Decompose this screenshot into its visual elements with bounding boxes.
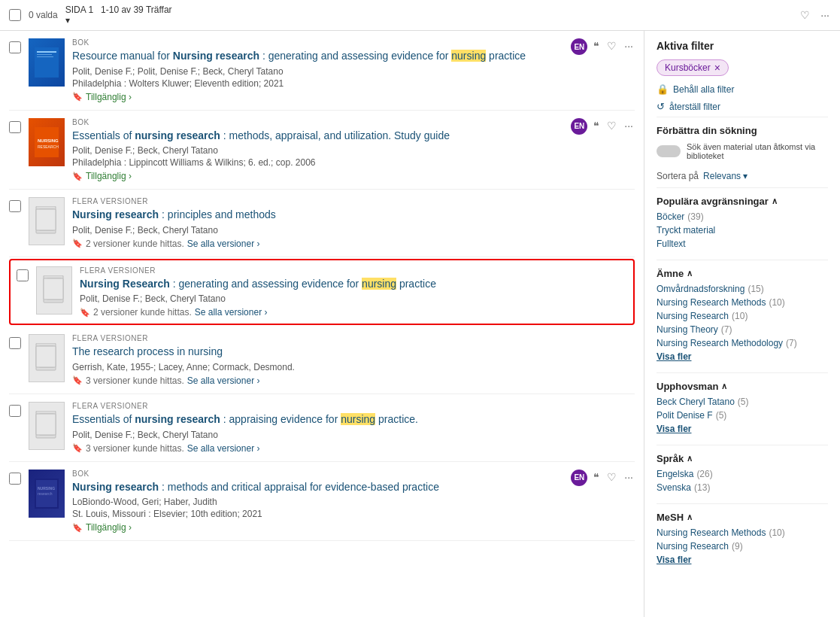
cite-icon[interactable]: ❝ xyxy=(592,118,601,133)
filter-item[interactable]: Nursing Research (9) xyxy=(657,541,828,552)
svg-text:NURSING: NURSING xyxy=(38,138,59,143)
cite-icon[interactable]: ❝ xyxy=(592,470,601,485)
see-all-versions-link[interactable]: Se alla versioner › xyxy=(195,307,268,318)
result-versions: 2 versioner kunde hittas. Se alla versio… xyxy=(72,239,635,249)
svg-text:research: research xyxy=(38,491,53,496)
reset-icon: ↺ xyxy=(657,101,665,112)
filter-tag-kursbocker: Kursböcker × xyxy=(657,59,729,76)
svg-rect-2 xyxy=(37,54,52,55)
select-all-checkbox[interactable] xyxy=(9,9,21,21)
favorite-icon[interactable]: ♡ xyxy=(605,118,618,133)
result-title: Nursing Research : generating and assess… xyxy=(80,277,627,292)
reset-filters-action[interactable]: ↺ återställ filter xyxy=(657,99,828,114)
svg-rect-15 xyxy=(36,346,56,367)
filter-item[interactable]: Böcker (39) xyxy=(657,211,828,222)
result-content: FLERA VERSIONER Essentials of nursing re… xyxy=(72,402,635,454)
result-publisher: Philadelphia : Lippincott Williams & Wil… xyxy=(72,157,563,168)
result-thumbnail xyxy=(29,38,65,87)
hits-dropdown[interactable]: ▾ xyxy=(65,15,70,26)
result-item: FLERA VERSIONER Nursing research : princ… xyxy=(9,190,635,257)
language-badge: EN xyxy=(571,118,587,135)
favorite-icon[interactable]: ♡ xyxy=(799,8,811,23)
result-authors: Polit, Denise F.; Polit, Denise F.; Beck… xyxy=(72,66,563,77)
filter-item[interactable]: Tryckt material xyxy=(657,225,828,236)
page-info: SIDA 1 1-10 av 39 Träffar ▾ xyxy=(65,5,172,26)
result-availability[interactable]: Tillgänglig › xyxy=(72,92,563,102)
filter-item[interactable]: Nursing Research Methodology (7) xyxy=(657,338,828,348)
favorite-icon[interactable]: ♡ xyxy=(605,470,618,485)
show-more-creator[interactable]: Visa fler xyxy=(657,424,828,434)
more-options-icon[interactable]: ··· xyxy=(819,8,831,23)
result-checkbox[interactable] xyxy=(9,405,21,417)
result-item: FLERA VERSIONER Essentials of nursing re… xyxy=(9,394,635,462)
more-icon[interactable]: ··· xyxy=(623,38,635,53)
svg-rect-12 xyxy=(44,278,63,299)
result-availability[interactable]: Tillgänglig › xyxy=(72,171,563,181)
chevron-up-icon: ∧ xyxy=(687,512,693,522)
result-type: BOK xyxy=(72,118,563,126)
language-section: Språk ∧ Engelska (26) Svenska (13) xyxy=(657,445,828,493)
result-content: FLERA VERSIONER The research process in … xyxy=(72,334,635,386)
favorite-icon[interactable]: ♡ xyxy=(605,38,618,53)
svg-rect-18 xyxy=(36,414,56,435)
see-all-versions-link[interactable]: Se alla versioner › xyxy=(187,443,260,454)
result-authors: Polit, Denise F.; Beck, Cheryl Tatano xyxy=(72,225,635,236)
result-checkbox[interactable] xyxy=(9,200,21,212)
sort-dropdown[interactable]: Relevans ▾ xyxy=(703,171,748,181)
filter-item[interactable]: Fulltext xyxy=(657,239,828,249)
filter-item[interactable]: Nursing Research (10) xyxy=(657,311,828,321)
result-versions: 3 versioner kunde hittas. Se alla versio… xyxy=(72,443,635,454)
result-item: NURSING research BOK Nursing research : … xyxy=(9,462,635,542)
see-all-versions-link[interactable]: Se alla versioner › xyxy=(187,375,260,386)
language-badge: EN xyxy=(571,470,587,486)
filter-item[interactable]: Polit Denise F (5) xyxy=(657,410,828,421)
filter-item[interactable]: Nursing Research Methods (10) xyxy=(657,297,828,308)
mesh-section: MeSH ∧ Nursing Research Methods (10) Nur… xyxy=(657,503,828,565)
result-thumbnail xyxy=(29,402,65,450)
sort-label: Sortera på xyxy=(657,171,699,181)
result-authors: Gerrish, Kate, 1955-; Lacey, Anne; Corma… xyxy=(72,362,635,372)
lock-icon: 🔒 xyxy=(657,84,669,95)
result-item: BOK Resource manual for Nursing research… xyxy=(9,31,635,111)
result-checkbox[interactable] xyxy=(9,121,21,133)
filter-item[interactable]: Svenska (13) xyxy=(657,482,828,493)
cite-icon[interactable]: ❝ xyxy=(592,38,601,53)
result-checkbox[interactable] xyxy=(17,269,29,281)
keep-filters-action[interactable]: 🔒 Behåll alla filter xyxy=(657,82,828,96)
see-all-versions-link[interactable]: Se alla versioner › xyxy=(187,239,260,249)
access-toggle[interactable] xyxy=(657,145,681,157)
result-type: FLERA VERSIONER xyxy=(80,266,627,275)
subject-header: Ämne ∧ xyxy=(657,268,828,279)
result-authors: Polit, Denise F.; Beck, Cheryl Tatano xyxy=(80,293,627,304)
show-more-mesh[interactable]: Visa fler xyxy=(657,555,828,565)
filter-tag-close[interactable]: × xyxy=(714,62,720,73)
filter-item[interactable]: Nursing Theory (7) xyxy=(657,324,828,335)
filter-item[interactable]: Engelska (26) xyxy=(657,469,828,479)
result-availability[interactable]: Tillgänglig › xyxy=(72,522,563,533)
chevron-up-icon: ∧ xyxy=(772,196,778,206)
result-content: FLERA VERSIONER Nursing research : princ… xyxy=(72,197,635,249)
result-versions: 2 versioner kunde hittas. Se alla versio… xyxy=(80,307,627,318)
result-title: The research process in nursing xyxy=(72,345,635,360)
more-icon[interactable]: ··· xyxy=(623,118,635,133)
filter-item[interactable]: Omvårdnadsforskning (15) xyxy=(657,284,828,294)
popular-limits-section: Populära avgränsningar ∧ Böcker (39) Try… xyxy=(657,187,828,249)
more-icon[interactable]: ··· xyxy=(623,470,635,485)
creator-header: Upphovsman ∧ xyxy=(657,381,828,392)
chevron-up-icon: ∧ xyxy=(721,381,727,391)
result-checkbox[interactable] xyxy=(9,41,21,53)
result-content: BOK Essentials of nursing research : met… xyxy=(72,118,563,182)
result-item-highlighted: FLERA VERSIONER Nursing Research : gener… xyxy=(9,259,635,326)
result-content: BOK Resource manual for Nursing research… xyxy=(72,38,563,102)
result-type: BOK xyxy=(72,470,563,478)
svg-rect-1 xyxy=(37,51,56,53)
improve-search-title: Förbättra din sökning xyxy=(657,125,828,136)
result-checkbox[interactable] xyxy=(9,337,21,349)
result-checkbox[interactable] xyxy=(9,473,21,485)
result-publisher: St. Louis, Missouri : Elsevier; 10th edi… xyxy=(72,509,563,519)
filter-item[interactable]: Nursing Research Methods (10) xyxy=(657,527,828,538)
result-versions: 3 versioner kunde hittas. Se alla versio… xyxy=(72,375,635,386)
result-thumbnail xyxy=(36,266,72,315)
show-more-subject[interactable]: Visa fler xyxy=(657,351,828,362)
filter-item[interactable]: Beck Cheryl Tatano (5) xyxy=(657,397,828,407)
